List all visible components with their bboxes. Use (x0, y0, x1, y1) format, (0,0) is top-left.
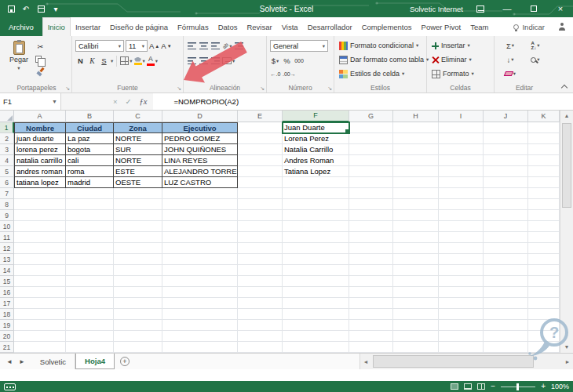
currency-format-button[interactable]: $▾ (270, 55, 280, 67)
cell-h18[interactable] (393, 309, 439, 320)
scroll-up-icon[interactable]: ▲ (560, 111, 573, 122)
cell-e17[interactable] (238, 298, 283, 309)
cell-j14[interactable] (484, 265, 528, 276)
cell-d12[interactable] (162, 243, 238, 254)
cell-b18[interactable] (66, 309, 114, 320)
cell-h4[interactable] (393, 155, 439, 166)
cell-styles-button[interactable]: Estilos de celda▾ (338, 67, 423, 81)
copy-button[interactable]: ▾ (35, 53, 46, 65)
zoom-slider[interactable] (501, 387, 535, 387)
cell-d19[interactable] (162, 320, 238, 331)
cell-b5[interactable]: roma (66, 166, 114, 177)
cell-i2[interactable] (439, 133, 484, 144)
cell-k19[interactable] (528, 320, 560, 331)
alignment-dialog-launcher-icon[interactable]: ↘ (260, 85, 265, 91)
cell-d4[interactable]: LINA REYES (162, 155, 238, 166)
autosum-button[interactable]: Σ▾ (498, 40, 523, 52)
cell-j7[interactable] (484, 188, 528, 199)
row-header-7[interactable]: 7 (0, 188, 14, 199)
cell-f19[interactable] (283, 320, 349, 331)
cell-a15[interactable] (14, 276, 66, 287)
cell-a9[interactable] (14, 210, 66, 221)
tab-archivo[interactable]: Archivo (0, 17, 42, 36)
cell-h6[interactable] (393, 177, 439, 188)
cell-a10[interactable] (14, 221, 66, 232)
cell-e5[interactable] (238, 166, 283, 177)
cell-i11[interactable] (439, 232, 484, 243)
cell-e1[interactable] (238, 122, 283, 133)
cell-h14[interactable] (393, 265, 439, 276)
cell-g2[interactable] (349, 133, 393, 144)
cell-f11[interactable] (283, 232, 349, 243)
cell-c19[interactable] (114, 320, 162, 331)
cell-a17[interactable] (14, 298, 66, 309)
cell-f13[interactable] (283, 254, 349, 265)
row-header-9[interactable]: 9 (0, 210, 14, 221)
cell-d9[interactable] (162, 210, 238, 221)
wrap-text-button[interactable] (234, 40, 244, 52)
row-header-21[interactable]: 21 (0, 342, 14, 353)
cell-d3[interactable]: JOHN QUIÑONES (162, 144, 238, 155)
cell-e7[interactable] (238, 188, 283, 199)
cell-e20[interactable] (238, 331, 283, 342)
cell-d7[interactable] (162, 188, 238, 199)
cell-j19[interactable] (484, 320, 528, 331)
row-header-12[interactable]: 12 (0, 243, 14, 254)
cell-h5[interactable] (393, 166, 439, 177)
cell-i3[interactable] (439, 144, 484, 155)
cell-g1[interactable] (349, 122, 393, 133)
cell-g3[interactable] (349, 144, 393, 155)
decrease-decimal-button[interactable]: .00→ (283, 71, 296, 77)
cell-c14[interactable] (114, 265, 162, 276)
cell-b2[interactable]: La paz (66, 133, 114, 144)
cell-g19[interactable] (349, 320, 393, 331)
cell-k17[interactable] (528, 298, 560, 309)
cell-c13[interactable] (114, 254, 162, 265)
save-icon[interactable] (6, 4, 16, 13)
cell-k12[interactable] (528, 243, 560, 254)
cell-j5[interactable] (484, 166, 528, 177)
row-header-8[interactable]: 8 (0, 199, 14, 210)
cell-j9[interactable] (484, 210, 528, 221)
cut-button[interactable]: ✂ (35, 41, 46, 53)
row-header-5[interactable]: 5 (0, 166, 14, 177)
cell-e8[interactable] (238, 199, 283, 210)
cell-k3[interactable] (528, 144, 560, 155)
cell-e4[interactable] (238, 155, 283, 166)
cell-c10[interactable] (114, 221, 162, 232)
cell-d5[interactable]: ALEJANDRO TORRES (162, 166, 238, 177)
cell-b8[interactable] (66, 199, 114, 210)
share-button[interactable] (551, 17, 573, 36)
cell-j16[interactable] (484, 287, 528, 298)
cell-f2[interactable]: Lorena Perez (283, 133, 349, 144)
cell-a8[interactable] (14, 199, 66, 210)
cell-c17[interactable] (114, 298, 162, 309)
cell-j2[interactable] (484, 133, 528, 144)
cell-g17[interactable] (349, 298, 393, 309)
enter-icon[interactable]: ✓ (126, 97, 132, 106)
minimize-button[interactable]: — (498, 0, 516, 17)
number-dialog-launcher-icon[interactable]: ↘ (327, 85, 332, 91)
cell-i13[interactable] (439, 254, 484, 265)
cell-f7[interactable] (283, 188, 349, 199)
cell-b17[interactable] (66, 298, 114, 309)
formula-input[interactable]: =NOMPROPIO(A2) (153, 93, 573, 110)
tab-desarrollador[interactable]: Desarrollador (303, 17, 357, 36)
cell-i19[interactable] (439, 320, 484, 331)
scroll-right-icon[interactable]: ► (562, 359, 573, 365)
clear-button[interactable]: ▾ (498, 68, 523, 80)
cell-c11[interactable] (114, 232, 162, 243)
name-box[interactable]: F1 ▼ (0, 93, 61, 110)
cell-g10[interactable] (349, 221, 393, 232)
cell-j6[interactable] (484, 177, 528, 188)
cell-c5[interactable]: ESTE (114, 166, 162, 177)
row-header-13[interactable]: 13 (0, 254, 14, 265)
tab-revisar[interactable]: Revisar (242, 17, 276, 36)
cell-k11[interactable] (528, 232, 560, 243)
cell-d10[interactable] (162, 221, 238, 232)
format-painter-button[interactable] (35, 66, 46, 78)
touch-keyboard-icon[interactable] (4, 383, 16, 390)
cell-e10[interactable] (238, 221, 283, 232)
cell-e18[interactable] (238, 309, 283, 320)
cell-k20[interactable] (528, 331, 560, 342)
